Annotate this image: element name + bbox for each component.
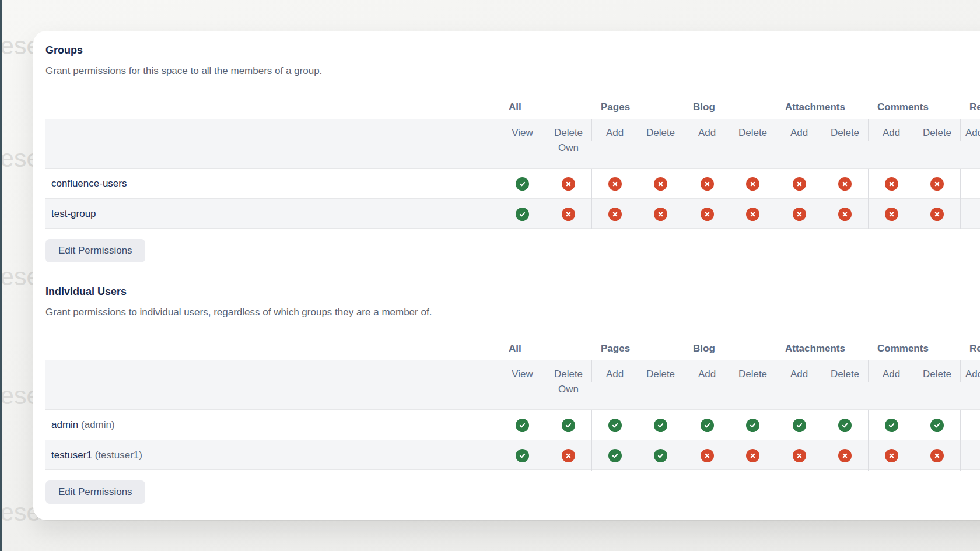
- check-icon: [516, 208, 529, 221]
- column-subheader: Delete: [638, 360, 684, 382]
- column-subheader: Add: [684, 119, 730, 141]
- groups-section: Groups Grant permissions for this space …: [46, 44, 980, 262]
- permission-cell: [868, 440, 914, 471]
- cross-icon: [838, 177, 852, 191]
- cross-icon: [885, 208, 898, 221]
- permission-cell: [638, 440, 684, 471]
- check-icon: [562, 419, 575, 432]
- permission-cell: [592, 440, 638, 471]
- permission-cell: [684, 169, 730, 199]
- permission-cell: [914, 169, 960, 199]
- permission-cell: [592, 199, 638, 229]
- column-subheader: Delete: [822, 360, 868, 382]
- permission-cell: [545, 440, 592, 471]
- permission-cell: [822, 199, 868, 229]
- row-name-cell: confluence-users: [46, 178, 499, 189]
- column-subheader: Add: [776, 119, 822, 141]
- entity-name-link[interactable]: testuser1: [51, 450, 92, 461]
- permission-cell: [960, 199, 980, 229]
- cross-icon: [885, 449, 898, 462]
- column-subheader: Add/Delete: [960, 360, 980, 382]
- edit-users-permissions-button[interactable]: Edit Permissions: [46, 480, 145, 504]
- permission-cell: [776, 169, 822, 199]
- column-subheader: Add: [868, 360, 914, 382]
- column-group-label: Blog: [684, 343, 776, 360]
- permission-cell: [684, 199, 730, 229]
- cross-icon: [838, 208, 852, 221]
- groups-section-description: Grant permissions for this space to all …: [46, 65, 980, 77]
- permission-cell: [730, 410, 776, 440]
- space-permissions-panel: Groups Grant permissions for this space …: [33, 31, 980, 520]
- column-group-label: Comments: [868, 343, 960, 360]
- row-name-cell: test-group: [46, 208, 499, 220]
- permission-cell: [684, 440, 730, 471]
- permission-table-row: test-group: [46, 198, 980, 229]
- permission-cell: [868, 169, 914, 199]
- cross-icon: [701, 449, 714, 462]
- cross-icon: [701, 208, 714, 221]
- edit-groups-permissions-button[interactable]: Edit Permissions: [46, 239, 145, 262]
- permission-cell: [822, 440, 868, 471]
- permission-cell: [638, 169, 684, 199]
- permission-cell: [592, 410, 638, 440]
- individual-users-section: Individual Users Grant permissions to in…: [46, 286, 980, 504]
- entity-name-link[interactable]: test-group: [51, 208, 96, 219]
- entity-name-link[interactable]: admin: [51, 419, 78, 430]
- column-group-header-row: AllPagesBlogAttachmentsCommentsRestricti…: [46, 335, 980, 360]
- permission-cell: [776, 410, 822, 440]
- column-group-label: Pages: [592, 343, 684, 360]
- check-icon: [885, 419, 898, 432]
- cross-icon: [885, 177, 898, 191]
- cross-icon: [654, 208, 667, 221]
- permission-cell: [960, 169, 980, 199]
- column-subheader: Add: [776, 360, 822, 382]
- cross-icon: [793, 208, 806, 221]
- check-icon: [516, 449, 529, 462]
- column-subheader: Delete: [638, 119, 684, 141]
- permission-cell: [499, 440, 545, 471]
- column-group-label: Restrictions: [960, 101, 980, 119]
- cross-icon: [746, 177, 760, 191]
- cross-icon: [562, 449, 575, 462]
- cross-icon: [562, 208, 575, 221]
- column-group-label: Comments: [868, 101, 960, 119]
- check-icon: [701, 419, 714, 432]
- check-icon: [516, 419, 529, 432]
- users-section-title: Individual Users: [46, 286, 980, 298]
- column-subheader: Add: [592, 360, 638, 382]
- column-subheader: View: [499, 360, 545, 382]
- column-group-label: Blog: [684, 101, 776, 119]
- permission-cell: [914, 199, 960, 229]
- check-icon: [793, 419, 806, 432]
- cross-icon: [562, 177, 575, 191]
- entity-account-label: (testuser1): [92, 450, 142, 461]
- permission-cell: [592, 169, 638, 199]
- column-group-header-row: AllPagesBlogAttachmentsCommentsRestricti…: [46, 93, 980, 119]
- permission-cell: [868, 199, 914, 229]
- cross-icon: [838, 449, 852, 462]
- cross-icon: [930, 177, 944, 191]
- row-name-cell: testuser1 (testuser1): [46, 450, 499, 461]
- cross-icon: [930, 208, 944, 221]
- permission-table-row: confluence-users: [46, 168, 980, 198]
- permission-cell: [638, 199, 684, 229]
- column-group-label: All: [499, 343, 592, 360]
- permission-cell: [545, 169, 592, 199]
- permission-cell: [776, 199, 822, 229]
- permission-cell: [730, 169, 776, 199]
- permission-cell: [730, 199, 776, 229]
- permission-cell: [545, 199, 592, 229]
- column-subheader: Add/Delete: [960, 119, 980, 141]
- groups-permissions-table: AllPagesBlogAttachmentsCommentsRestricti…: [46, 93, 980, 229]
- entity-name-link[interactable]: confluence-users: [51, 178, 127, 189]
- column-subheader: View: [499, 119, 545, 141]
- cross-icon: [654, 177, 667, 191]
- cross-icon: [793, 177, 806, 191]
- permission-table-row: admin (admin): [46, 409, 980, 440]
- permission-cell: [776, 440, 822, 471]
- permission-cell: [822, 169, 868, 199]
- column-subheader-row: ViewDelete OwnAddDeleteAddDeleteAddDelet…: [46, 360, 980, 409]
- column-group-label: Pages: [592, 101, 684, 119]
- column-subheader: Delete: [730, 360, 776, 382]
- check-icon: [608, 419, 622, 432]
